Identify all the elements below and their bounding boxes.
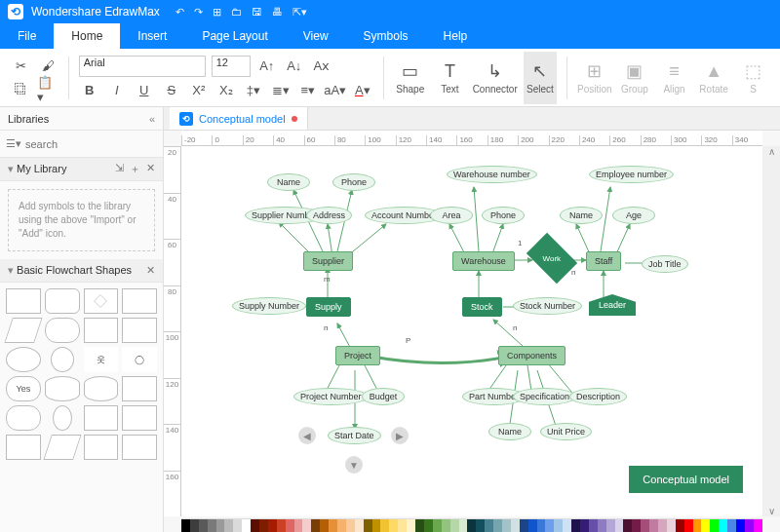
attr-project-number[interactable]: Project Number: [293, 388, 369, 405]
menu-symbols[interactable]: Symbols: [346, 23, 426, 49]
attr-name3[interactable]: Name: [488, 423, 531, 440]
increase-font-button[interactable]: A↑: [256, 57, 278, 76]
color-swatch[interactable]: [216, 519, 225, 532]
menu-page-layout[interactable]: Page Layout: [184, 23, 285, 49]
menu-home[interactable]: Home: [54, 23, 120, 49]
shape-preparation[interactable]: [122, 318, 157, 343]
color-swatch[interactable]: [754, 519, 762, 532]
color-swatch[interactable]: [450, 519, 459, 532]
attr-stock-number[interactable]: Stock Number: [513, 297, 582, 315]
menu-view[interactable]: View: [286, 23, 346, 49]
bold-button[interactable]: B: [79, 81, 100, 100]
color-swatch[interactable]: [433, 519, 442, 532]
shape-tool[interactable]: ▭Shape: [394, 52, 428, 104]
entity-warehouse[interactable]: Warehouse: [452, 251, 515, 271]
my-library-section[interactable]: ▾ My Library ⇲ ＋ ✕: [0, 158, 163, 181]
line-spacing-button[interactable]: ‡▾: [243, 81, 264, 100]
collapse-sidebar-icon[interactable]: «: [149, 113, 155, 125]
diagram-title[interactable]: Conceptual model: [629, 466, 743, 493]
shape-offpage[interactable]: [84, 405, 119, 431]
library-menu-icon[interactable]: ☰▾: [6, 137, 21, 150]
print-icon[interactable]: 🖶: [272, 6, 283, 19]
color-swatch[interactable]: [571, 519, 580, 532]
color-swatch[interactable]: [745, 519, 754, 532]
color-swatch[interactable]: [286, 519, 294, 532]
shape-process2[interactable]: [6, 435, 41, 460]
color-swatch[interactable]: [623, 519, 632, 532]
italic-button[interactable]: I: [106, 81, 128, 100]
shape-db[interactable]: [84, 376, 119, 401]
color-swatch[interactable]: [589, 519, 598, 532]
color-swatch[interactable]: [485, 519, 493, 532]
font-name-select[interactable]: Arial: [79, 56, 206, 77]
shape-display[interactable]: [122, 376, 157, 401]
color-swatch[interactable]: [259, 519, 268, 532]
strikethrough-button[interactable]: S: [161, 81, 182, 100]
attr-supply-number[interactable]: Supply Number: [232, 297, 306, 315]
color-swatch[interactable]: [598, 519, 606, 532]
connector-tool[interactable]: ↳Connector: [473, 52, 518, 104]
color-swatch[interactable]: [242, 519, 251, 532]
color-swatch[interactable]: [649, 519, 658, 532]
entity-supplier[interactable]: Supplier: [303, 251, 353, 271]
color-swatch[interactable]: [398, 519, 407, 532]
import-icon[interactable]: ⇲: [115, 162, 124, 176]
color-swatch[interactable]: [199, 519, 208, 532]
entity-components[interactable]: Components: [498, 346, 566, 365]
close-section-icon[interactable]: ✕: [146, 264, 155, 277]
rotate-tool[interactable]: ▲Rotate: [697, 52, 731, 104]
shape-parallelogram[interactable]: [4, 318, 42, 343]
shape-manual[interactable]: [84, 435, 119, 460]
select-tool[interactable]: ↖Select: [524, 52, 558, 104]
color-swatch[interactable]: [676, 519, 684, 532]
color-swatch[interactable]: [372, 519, 381, 532]
color-swatch[interactable]: [615, 519, 624, 532]
color-swatch[interactable]: [580, 519, 589, 532]
attr-phone2[interactable]: Phone: [482, 207, 525, 224]
group-tool[interactable]: ▣Group: [618, 52, 652, 104]
color-swatch[interactable]: [294, 519, 303, 532]
color-swatch[interactable]: [719, 519, 727, 532]
vertical-scrollbar[interactable]: ∧∨: [762, 146, 780, 516]
color-swatch[interactable]: [667, 519, 676, 532]
color-swatch[interactable]: [251, 519, 259, 532]
search-input[interactable]: [25, 138, 160, 150]
numbering-button[interactable]: ≡▾: [297, 81, 319, 100]
color-swatch[interactable]: [233, 519, 242, 532]
color-swatch[interactable]: [520, 519, 528, 532]
close-section-icon[interactable]: ✕: [146, 162, 155, 176]
underline-button[interactable]: U: [134, 81, 155, 100]
nav-next-button[interactable]: ▶: [391, 427, 409, 444]
color-swatch[interactable]: [181, 519, 190, 532]
shape-diamond[interactable]: [84, 288, 119, 314]
attr-employee-number[interactable]: Employee number: [589, 166, 674, 183]
color-swatch[interactable]: [606, 519, 615, 532]
color-swatch[interactable]: [632, 519, 641, 532]
basic-shapes-section[interactable]: ▾ Basic Flowchart Shapes ✕: [0, 259, 163, 283]
color-swatch[interactable]: [554, 519, 563, 532]
attr-specification[interactable]: Specification: [513, 388, 576, 405]
shape-rect[interactable]: [6, 288, 41, 314]
color-swatch[interactable]: [302, 519, 311, 532]
color-swatch[interactable]: [545, 519, 554, 532]
text-tool[interactable]: TText: [433, 52, 467, 104]
shape-data2[interactable]: [122, 405, 157, 431]
color-swatch[interactable]: [320, 519, 329, 532]
superscript-button[interactable]: X²: [188, 81, 210, 100]
shape-cylinder[interactable]: [45, 376, 80, 401]
attr-area[interactable]: Area: [430, 207, 473, 224]
format-painter-button[interactable]: 🖌: [37, 57, 58, 76]
shape-connector[interactable]: [53, 405, 72, 431]
shape-ellipse[interactable]: [6, 347, 41, 372]
shape-doc2[interactable]: [122, 435, 157, 460]
color-swatch[interactable]: [493, 519, 502, 532]
entity-stock[interactable]: Stock: [462, 297, 502, 317]
color-swatch[interactable]: [407, 519, 415, 532]
attr-unit-price[interactable]: Unit Price: [540, 423, 592, 440]
clear-format-button[interactable]: Aⅹ: [311, 57, 332, 76]
subscript-button[interactable]: X₂: [215, 81, 237, 100]
color-swatch[interactable]: [337, 519, 346, 532]
color-swatch[interactable]: [563, 519, 571, 532]
attr-job-title[interactable]: Job Title: [642, 255, 688, 273]
color-swatch[interactable]: [355, 519, 364, 532]
